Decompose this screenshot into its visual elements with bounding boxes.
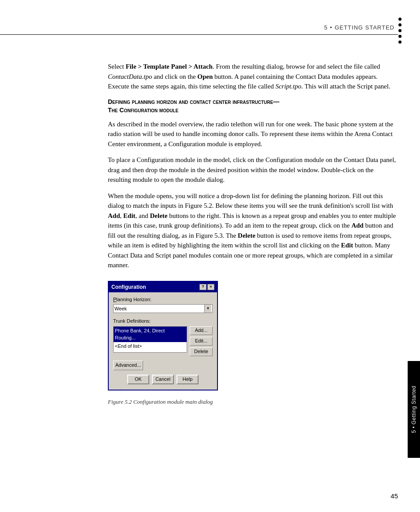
bold-add2: Add [351,222,364,229]
bold-delete2: Delete [238,232,255,239]
trunk-list-item-1[interactable]: Phone Bank, 24, Direct Routing... [114,327,187,342]
titlebar-buttons: ? × [199,284,214,290]
italic-text-2: Script.tpo [276,83,302,90]
add-button[interactable]: Add... [190,326,213,335]
dropdown-arrow-icon[interactable]: ▼ [204,305,211,313]
chapter-title: Getting Started [335,24,394,31]
paragraph-4: When the module opens, you will notice a… [108,191,398,270]
bold-edit2: Edit [341,242,354,249]
bullet-dot-3 [398,29,402,32]
delete-button[interactable]: Delete [190,347,213,356]
bold-text-2: Open [197,73,213,80]
main-content: Select File > Template Panel > Attach. F… [108,62,398,406]
cancel-button[interactable]: Cancel [152,375,174,384]
bullet-dot-1 [398,18,402,21]
bullet-dot-5 [398,41,402,44]
trunk-list-item-end[interactable]: <End of list> [114,342,187,350]
page-container: 5 • Getting Started Select File > Templa… [0,0,420,512]
ok-button[interactable]: OK [127,375,149,384]
trunk-action-buttons: Add... Edit... Delete [190,326,213,356]
label-underline-p: P [113,297,116,302]
bold-edit: Edit [123,212,136,219]
dialog-titlebar: Configuration ? × [109,282,217,292]
trunk-list[interactable]: Phone Bank, 24, Direct Routing... <End o… [113,326,187,353]
header-separator: • [330,24,332,31]
trunk-def-text: Trunk Definitions: [113,318,151,324]
bullet-dot-2 [398,23,402,26]
planning-horizon-row: Week ▼ [113,304,213,313]
advanced-row: Advanced... [113,361,213,370]
chapter-number: 5 [324,24,327,31]
dialog-body: Planning Horizon: Week ▼ Trunk Definitio… [109,292,217,390]
help-button[interactable]: Help [177,375,199,384]
bold-add: Add [108,212,120,219]
bullet-dot-4 [398,35,402,38]
page-header: 5 • Getting Started [0,24,398,31]
side-tab-text: 5 • Getting Started [411,386,417,433]
italic-text-1: ContactData.tpo [108,73,152,80]
figure-caption: Figure 5.2 Configuration module main dia… [108,398,398,406]
trunk-definitions-label: Trunk Definitions: [113,317,213,325]
trunk-list-row: Phone Bank, 24, Direct Routing... <End o… [113,326,213,356]
paragraph-2: As described in the model overview, the … [108,119,398,149]
edit-button[interactable]: Edit... [190,337,213,346]
advanced-button[interactable]: Advanced... [113,361,143,370]
bullet-dots [398,18,402,44]
dialog-container: Configuration ? × Planning Horizon: [108,281,398,390]
dropdown-value: Week [114,305,127,313]
section-heading: Defining planning horizon and contact ce… [108,98,398,115]
side-tab: 5 • Getting Started [408,361,420,458]
dialog-help-btn[interactable]: ? [199,284,206,290]
page-number: 45 [391,492,398,500]
dialog-footer: OK Cancel Help [113,375,213,386]
paragraph-1: Select File > Template Panel > Attach. F… [108,62,398,92]
dialog-close-btn[interactable]: × [207,284,214,290]
paragraph-3: To place a Configuration module in the m… [108,155,398,185]
planning-horizon-label: Planning Horizon: [113,296,213,303]
planning-horizon-dropdown[interactable]: Week ▼ [113,304,213,313]
bold-delete: Delete [150,212,167,219]
header-line [0,34,398,35]
dialog-title: Configuration [111,283,199,291]
configuration-dialog: Configuration ? × Planning Horizon: [108,281,218,390]
bold-text-1: File > Template Panel > Attach [125,63,213,70]
